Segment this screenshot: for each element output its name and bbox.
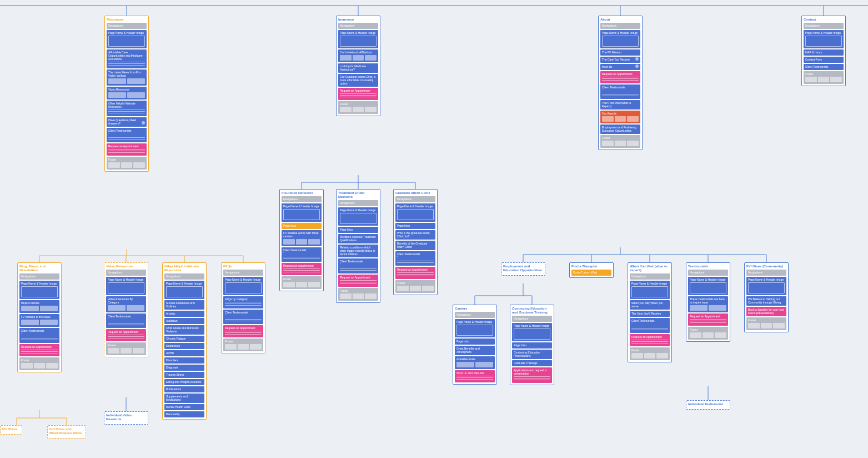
- section-visit-1: Page Name & Header Image: [630, 281, 670, 299]
- page-card-insnet[interactable]: Insurance NetworksNavigationsPage Name &…: [279, 189, 324, 291]
- page-card-indvid[interactable]: Individual Video Resource: [104, 411, 148, 425]
- section-other-2: Suicide Awareness and Hotlines: [164, 300, 204, 310]
- page-card-video[interactable]: Video ResourcesNavigationsPage Name & He…: [104, 262, 148, 357]
- section-other-16: Personality: [164, 411, 204, 417]
- page-card-fvigives[interactable]: FVI Gives (Community)NavigationsPage Nam…: [744, 262, 789, 332]
- section-insnet-5: Request an Appointment: [282, 263, 322, 275]
- section-grad-5: Client Testimonials“: [395, 251, 435, 266]
- section-other-10: Diagnosis: [164, 365, 204, 371]
- page-card-cont[interactable]: Continuing Education and Graduate Traini…: [510, 305, 554, 385]
- section-blog-2: Helpful Articles: [19, 300, 59, 313]
- card-title: FVI Gives (Community): [746, 265, 786, 268]
- section-other-1: Page Name & Header Image: [164, 281, 204, 299]
- section-fvigives-4: Footer: [746, 317, 786, 330]
- card-title: Resources: [107, 18, 147, 22]
- card-title: FVI Press: [2, 427, 20, 431]
- section-careers-5: Send us Your Resume: [455, 370, 495, 382]
- page-card-faqs[interactable]: FAQsNavigationsPage Name & Header ImageF…: [221, 262, 265, 354]
- section-cont-3: Continuing Education Presentations: [512, 350, 552, 359]
- section-blog-4: Client Testimonials“: [19, 328, 59, 342]
- page-card-stub1[interactable]: FVI Press and Miscellaneous News: [47, 425, 86, 439]
- section-cont-2: Page Intro: [512, 342, 552, 349]
- page-card-stub2[interactable]: FVI Press: [0, 425, 22, 435]
- sitemap-canvas[interactable]: ResourcesNavigationsPage Name & Header I…: [0, 0, 868, 458]
- section-about-2: The FV Mission: [600, 49, 640, 56]
- section-fvigives-3: Book a Speaker for your next event (pres…: [746, 307, 786, 316]
- section-resources-8: Request an Appointment: [107, 143, 147, 156]
- section-insurance-6: Footer: [338, 101, 378, 114]
- section-grad-3: Who is the graduate intern Clinic for?: [395, 230, 435, 240]
- section-video-5: Footer: [106, 342, 146, 355]
- section-insurance-4: Our Graduate Intern Clinic, a more affor…: [338, 74, 378, 87]
- page-card-blog[interactable]: Blog, Press, and NewslettersNavigationsP…: [17, 262, 62, 372]
- section-testi-1: Page Name & Header Image: [688, 277, 728, 295]
- page-card-resources[interactable]: ResourcesNavigationsPage Name & Header I…: [104, 16, 149, 172]
- page-card-other[interactable]: Other Helpful Website ResourcesNavigatio…: [162, 262, 207, 420]
- section-fvigives-1: Page Name & Header Image: [746, 277, 786, 295]
- section-contact-0: Navigations: [804, 23, 844, 29]
- card-title: Treatment Under Medicare: [338, 191, 378, 199]
- page-card-fat[interactable]: Find a TherapistDuda Custom Wigit: [569, 262, 614, 278]
- section-resources-0: Navigations: [107, 23, 147, 29]
- page-card-visit[interactable]: When You Visit (what to expect)Navigatio…: [628, 262, 672, 362]
- section-other-6: Chronic Fatigue: [164, 336, 204, 342]
- card-title: Individual Video Resource: [106, 414, 146, 421]
- page-card-about[interactable]: AboutNavigationsPage Name & Header Image…: [598, 16, 643, 150]
- page-card-testi[interactable]: TestimonialsNavigationsPage Name & Heade…: [686, 262, 730, 342]
- section-cont-0: Navigations: [512, 316, 552, 322]
- card-title: Testimonials: [688, 265, 728, 268]
- section-blog-1: Page Name & Header Image: [19, 281, 59, 299]
- section-fat-0: Duda Custom Wigit: [571, 270, 611, 276]
- section-testi-0: Navigations: [688, 270, 728, 276]
- section-insnet-0: Navigations: [282, 196, 322, 202]
- section-cont-1: Page Name & Header Image: [512, 323, 552, 341]
- section-medicare-5: Client Testimonials“: [338, 258, 378, 273]
- section-video-3: Client Testimonials“: [106, 313, 146, 328]
- section-medicare-3: Medicare Assisted Treatment Qualificatio…: [338, 234, 378, 243]
- section-resources-3: The Latest News from Fox Valley Institut…: [107, 69, 147, 86]
- section-other-3: Anxiety: [164, 311, 204, 317]
- card-title: Other Helpful Website Resources: [164, 265, 204, 272]
- section-medicare-6: Request an Appointment: [338, 275, 378, 287]
- section-contact-3: Contact Form: [804, 57, 844, 63]
- card-title: Employment and Education Opportunities: [503, 265, 543, 272]
- section-visit-2: When you call; When you arrive: [630, 300, 670, 310]
- section-visit-4: Client Testimonials“: [630, 318, 670, 332]
- section-other-4: Addiction: [164, 318, 204, 324]
- section-fvigives-0: Navigations: [746, 270, 786, 276]
- section-insurance-2: Our In-Network Affiliations: [338, 49, 378, 62]
- section-fvigives-2: We Believe in Helping our Community thro…: [746, 296, 786, 306]
- section-about-10: Footer: [600, 135, 640, 148]
- page-card-grad[interactable]: Graduate Intern ClinicNavigationsPage Na…: [393, 189, 438, 295]
- section-medicare-2: Page Intro: [338, 227, 378, 233]
- page-card-medicare[interactable]: Treatment Under MedicareNavigationsPage …: [336, 189, 380, 303]
- card-title: Insurance Networks: [282, 191, 322, 195]
- page-card-indtest[interactable]: Individual Testimonial: [686, 400, 730, 410]
- section-grad-1: Page Name & Header Image: [395, 203, 435, 222]
- section-resources-6: Have Questions, Need Answers?: [107, 117, 147, 127]
- section-other-7: Depression: [164, 343, 204, 349]
- page-card-insurance[interactable]: InsuranceNavigationsPage Name & Header I…: [336, 16, 380, 116]
- page-card-emp[interactable]: Employment and Education Opportunities: [501, 262, 545, 276]
- section-other-9: Disorders: [164, 357, 204, 364]
- section-contact-2: MAP & Hours: [804, 49, 844, 56]
- page-card-contact[interactable]: ContactNavigationsPage Name & Header Ima…: [801, 16, 846, 86]
- section-insnet-4: Client Testimonials“: [282, 247, 322, 262]
- section-about-0: Navigations: [600, 23, 640, 29]
- section-resources-4: Video Resources: [107, 87, 147, 99]
- section-other-14: Supplements and Medications: [164, 394, 204, 403]
- section-testi-3: Request an Appointment: [688, 313, 728, 326]
- section-resources-5: Other Helpful Website Resources: [107, 101, 147, 116]
- card-title: Blog, Press, and Newsletters: [19, 265, 59, 272]
- section-faqs-1: Page Name & Header Image: [223, 277, 263, 295]
- card-title: FAQs: [223, 265, 263, 268]
- section-visit-3: The Care You'll Receive: [630, 311, 670, 317]
- section-blog-5: Request an Appointment: [19, 344, 59, 356]
- page-card-careers[interactable]: CareersNavigationsPage Name & Header Ima…: [453, 305, 497, 385]
- section-other-5: Child Abuse and Domestic Violence: [164, 325, 204, 335]
- card-title: About: [600, 18, 640, 22]
- section-medicare-7: Footer: [338, 288, 378, 301]
- section-other-8: ADHD: [164, 350, 204, 356]
- section-contact-5: Footer: [804, 71, 844, 84]
- section-about-5: Request an Appointment: [600, 71, 640, 83]
